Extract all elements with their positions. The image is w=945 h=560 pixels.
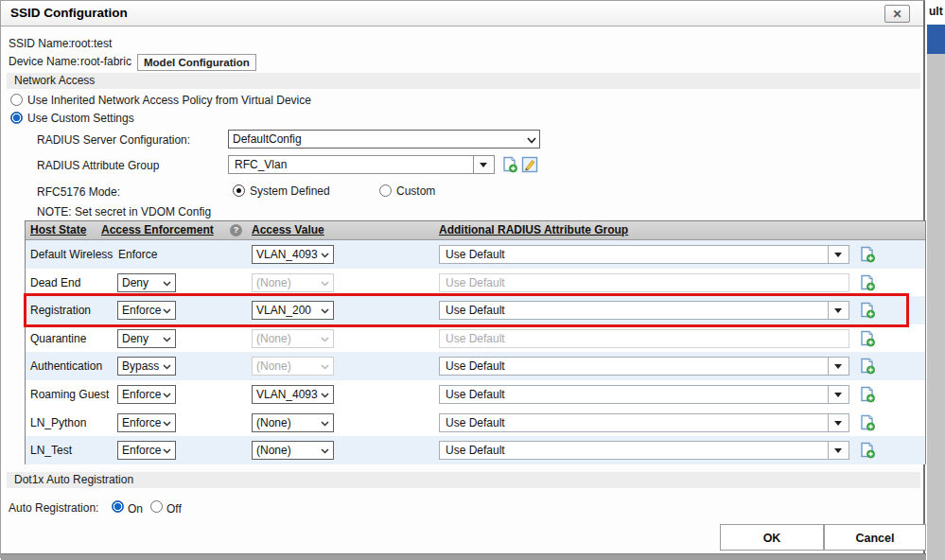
- ok-button[interactable]: OK: [720, 524, 824, 551]
- dropdown-arrow-button[interactable]: [828, 414, 849, 431]
- use-custom-radio[interactable]: [10, 112, 23, 124]
- table-row: Dead End Deny (None) Use Default: [26, 269, 925, 297]
- dropdown-arrow-button[interactable]: [828, 302, 849, 319]
- help-icon[interactable]: ?: [230, 224, 242, 236]
- dropdown-arrow-button[interactable]: [473, 156, 494, 173]
- use-inherited-label: Use Inherited Network Access Policy from…: [27, 94, 311, 107]
- access-value-select[interactable]: (None): [252, 441, 334, 460]
- vdom-note: NOTE: Set secret in VDOM Config: [37, 205, 211, 219]
- table-row: Quarantine Deny (None) Use Default: [26, 324, 925, 353]
- header-host-state[interactable]: Host State: [30, 223, 86, 236]
- access-value-select[interactable]: (None): [252, 329, 334, 348]
- table-header: Host State Access Enforcement ? Access V…: [26, 221, 925, 240]
- access-enforcement-select[interactable]: Deny: [117, 329, 176, 348]
- access-enforcement-select[interactable]: Enforce: [117, 441, 176, 460]
- access-enforcement-select[interactable]: Deny: [117, 273, 176, 292]
- chevron-down-icon: [163, 393, 171, 398]
- additional-radius-attr-select[interactable]: Use Default: [439, 301, 849, 320]
- add-attribute-group-icon[interactable]: [859, 358, 876, 375]
- chevron-down-icon: [321, 308, 329, 314]
- radius-attr-group-label: RADIUS Attribute Group: [37, 159, 159, 172]
- additional-radius-attr-select[interactable]: Use Default: [439, 385, 849, 404]
- table-row: LN_Python Enforce (None) Use Default: [26, 409, 925, 437]
- chevron-down-icon: [163, 421, 171, 427]
- add-attribute-group-icon[interactable]: [859, 386, 876, 403]
- chevron-down-icon: [163, 308, 171, 314]
- table-row: Roaming Guest Enforce VLAN_4093 Use Defa…: [26, 380, 925, 409]
- dialog-title: SSID Configuration: [10, 6, 128, 20]
- rfc-custom-radio[interactable]: [379, 184, 392, 197]
- dropdown-arrow-button[interactable]: [828, 358, 849, 375]
- dropdown-arrow-button[interactable]: [828, 442, 849, 459]
- chevron-down-icon: [321, 281, 329, 287]
- host-state-label: LN_Python: [30, 416, 86, 429]
- add-attribute-group-icon[interactable]: [859, 274, 876, 291]
- chevron-down-icon: [321, 421, 329, 427]
- dropdown-arrow-button[interactable]: [828, 386, 849, 403]
- chevron-down-icon: [321, 448, 329, 454]
- cancel-button[interactable]: Cancel: [824, 524, 926, 551]
- additional-radius-attr-select[interactable]: Use Default: [439, 357, 849, 376]
- radius-attr-group-select[interactable]: RFC_Vlan: [228, 155, 495, 174]
- host-state-label: Dead End: [30, 276, 80, 289]
- edit-radius-attr-group-icon[interactable]: [521, 156, 538, 173]
- dropdown-arrow-button[interactable]: [828, 246, 849, 263]
- access-enforcement-select[interactable]: Enforce: [117, 413, 176, 432]
- device-name-value: root-fabric: [80, 55, 131, 68]
- header-additional-radius-attr-group[interactable]: Additional RADIUS Attribute Group: [439, 223, 628, 236]
- chevron-down-icon: [321, 393, 329, 398]
- host-state-label: LN_Test: [30, 444, 72, 457]
- additional-radius-attr-select[interactable]: Use Default: [439, 329, 849, 348]
- host-state-table: Host State Access Enforcement ? Access V…: [25, 220, 926, 464]
- chevron-down-icon: [163, 337, 171, 342]
- network-access-section-header: Network Access: [7, 73, 920, 89]
- additional-radius-attr-select[interactable]: Use Default: [439, 441, 849, 460]
- dot1x-section-header: Dot1x Auto Registration: [7, 472, 920, 488]
- additional-radius-attr-select[interactable]: Use Default: [439, 413, 849, 432]
- add-radius-attr-group-icon[interactable]: [501, 156, 518, 173]
- table-body: Default Wireless Enforce VLAN_4093 Use D…: [26, 240, 925, 464]
- dialog-titlebar: SSID Configuration ✕: [1, 1, 923, 26]
- auto-registration-off-label: Off: [166, 502, 182, 516]
- access-value-select[interactable]: VLAN_4093: [252, 245, 334, 264]
- access-value-select[interactable]: (None): [252, 273, 334, 292]
- access-enforcement-select[interactable]: Enforce: [117, 301, 176, 320]
- add-attribute-group-icon[interactable]: [859, 330, 876, 347]
- use-inherited-radio[interactable]: [10, 94, 23, 106]
- auto-registration-label: Auto Registration:: [9, 501, 98, 515]
- host-state-label: Default Wireless: [30, 248, 113, 261]
- close-icon[interactable]: ✕: [884, 5, 910, 23]
- access-value-select[interactable]: VLAN_4093: [252, 385, 334, 404]
- add-attribute-group-icon[interactable]: [859, 302, 876, 319]
- add-attribute-group-icon[interactable]: [859, 246, 876, 263]
- table-row: Authentication Bypass (None) Use Default: [26, 352, 925, 380]
- auto-registration-off-radio[interactable]: [150, 500, 163, 513]
- access-enforcement-select[interactable]: Enforce: [117, 385, 176, 404]
- access-enforcement-select[interactable]: Bypass: [117, 357, 176, 376]
- chevron-down-icon: [321, 337, 329, 342]
- chevron-down-icon: [163, 448, 171, 454]
- auto-registration-on-label: On: [128, 502, 143, 516]
- additional-radius-attr-select[interactable]: Use Default: [439, 273, 849, 292]
- header-access-value[interactable]: Access Value: [252, 223, 324, 236]
- add-attribute-group-icon[interactable]: [859, 414, 876, 431]
- background-blue-bar: [927, 25, 945, 54]
- model-configuration-button[interactable]: Model Configuration: [137, 54, 256, 71]
- background-page: ult: [927, 0, 945, 560]
- access-value-select[interactable]: VLAN_200: [252, 301, 334, 320]
- chevron-down-icon: [527, 137, 535, 143]
- add-attribute-group-icon[interactable]: [859, 442, 876, 459]
- device-name-label: Device Name:: [9, 55, 79, 68]
- host-state-label: Roaming Guest: [30, 388, 109, 401]
- additional-radius-attr-select[interactable]: Use Default: [439, 245, 849, 264]
- rfc-system-defined-radio[interactable]: [233, 184, 245, 197]
- header-access-enforcement[interactable]: Access Enforcement: [101, 223, 214, 236]
- ssid-name-value: root:test: [71, 37, 112, 50]
- host-state-label: Authentication: [30, 359, 102, 373]
- access-value-select[interactable]: (None): [252, 357, 334, 376]
- radius-server-config-select[interactable]: DefaultConfig: [228, 130, 540, 149]
- access-value-select[interactable]: (None): [252, 413, 334, 432]
- dialog-bottom-edge: [1, 553, 926, 560]
- use-custom-label: Use Custom Settings: [27, 112, 134, 125]
- auto-registration-on-radio[interactable]: [112, 500, 124, 513]
